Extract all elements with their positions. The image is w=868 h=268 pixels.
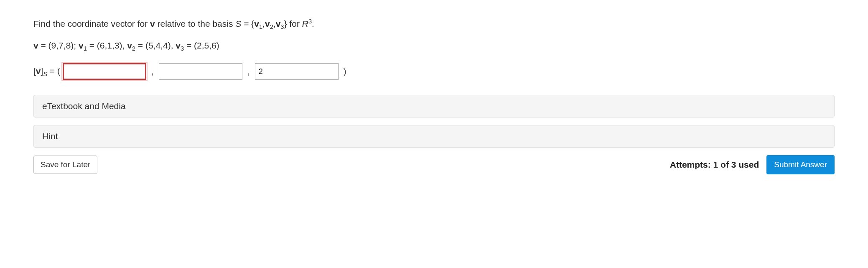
ap-eq: = (	[47, 66, 60, 76]
q1-sup: 3	[308, 18, 312, 25]
etextbook-panel[interactable]: eTextbook and Media	[33, 95, 835, 117]
coord-input-2[interactable]	[159, 63, 242, 80]
answer-prefix: [v]S = (	[33, 66, 60, 77]
q2-s3: 3	[181, 45, 184, 52]
q1-sub1: 1	[259, 23, 262, 30]
q1-mid: relative to the basis	[155, 19, 236, 28]
q2-eq4: = (2,5,6)	[184, 41, 219, 50]
q1-close: } for	[284, 19, 302, 28]
ap-v: v	[36, 66, 41, 76]
q1-R: R	[302, 19, 308, 28]
close-paren: )	[344, 66, 346, 77]
save-for-later-button[interactable]: Save for Later	[33, 156, 97, 174]
footer-right: Attempts: 1 of 3 used Submit Answer	[670, 155, 835, 174]
q1-v: v	[150, 19, 155, 28]
attempts-text: Attempts: 1 of 3 used	[670, 160, 759, 170]
answer-line: [v]S = ( , , )	[33, 63, 835, 80]
q1-sub2: 2	[270, 23, 273, 30]
hint-panel[interactable]: Hint	[33, 125, 835, 148]
q1-v2: v	[265, 19, 270, 28]
q1-v1: v	[254, 19, 259, 28]
q2-v2: v	[127, 41, 132, 50]
q2-eq1: = (9,7,8);	[38, 41, 79, 50]
q1-S: S	[235, 19, 241, 28]
footer-row: Save for Later Attempts: 1 of 3 used Sub…	[33, 155, 835, 174]
sep-2: ,	[247, 66, 250, 77]
hint-label: Hint	[42, 131, 58, 141]
coord-input-1[interactable]	[63, 63, 146, 80]
etextbook-label: eTextbook and Media	[42, 101, 126, 111]
q2-eq2: = (6,1,3),	[87, 41, 127, 50]
sep-1: ,	[151, 66, 154, 77]
submit-answer-button[interactable]: Submit Answer	[766, 155, 835, 174]
question-line-1: Find the coordinate vector for v relativ…	[33, 17, 835, 31]
q1-pre: Find the coordinate vector for	[33, 19, 150, 28]
q2-v: v	[33, 41, 38, 50]
q1-eq: = {	[241, 19, 254, 28]
q2-s1: 1	[84, 45, 87, 52]
q2-s2: 2	[132, 45, 135, 52]
q2-eq3: = (5,4,4),	[135, 41, 176, 50]
coord-input-3[interactable]	[255, 63, 339, 80]
q1-sub3: 3	[280, 23, 284, 30]
q1-period: .	[312, 19, 314, 28]
q2-v1: v	[79, 41, 84, 50]
question-line-2: v = (9,7,8); v1 = (6,1,3), v2 = (5,4,4),…	[33, 39, 835, 53]
q1-v3: v	[276, 19, 281, 28]
q2-v3: v	[176, 41, 181, 50]
ap-sub: S	[43, 71, 47, 77]
